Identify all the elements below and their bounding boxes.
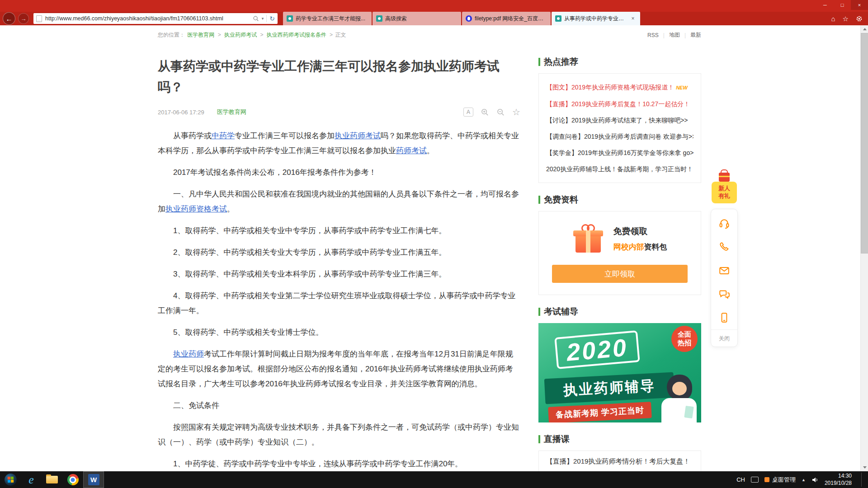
window-titlebar: ─ □ × — [0, 0, 868, 12]
taskbar-chrome-icon[interactable] — [62, 471, 83, 488]
free-headline: 免费领取 — [613, 225, 667, 237]
article-paragraph: 1、取得药学、中药学或相关专业中专学历，从事药学或中药学专业工作满七年。 — [158, 223, 520, 238]
speaker-icon[interactable] — [811, 476, 819, 483]
browser-tab-4-active[interactable]: 从事药学或中药学专业工作... × — [552, 12, 640, 25]
favorites-star-icon[interactable]: ☆ — [843, 15, 849, 22]
article-paragraph: 2017年考试报名条件尚未公布，2016年报考条件作为参考！ — [158, 165, 520, 180]
scroll-down-arrow[interactable] — [861, 464, 868, 471]
accent-bar — [538, 58, 540, 66]
browser-tab-1[interactable]: 药学专业工作满三年才能报... — [283, 12, 372, 25]
hot-item-text: 【调查问卷】2019执业药师考后调查问卷 欢迎参与>> — [546, 133, 693, 140]
article-keyword-link[interactable]: 执业药师考试 — [335, 131, 381, 140]
article-date: 2017-06-06 17:29 — [158, 109, 204, 116]
mail-icon[interactable] — [711, 259, 737, 282]
minimize-button[interactable]: ─ — [816, 0, 834, 10]
back-button[interactable]: ← — [3, 12, 15, 25]
med66-favicon-icon — [376, 15, 382, 22]
hot-section-header: 热点推荐 — [538, 56, 701, 68]
phone-icon[interactable] — [711, 235, 737, 259]
accent-bar — [538, 196, 540, 204]
article-text: 考试工作年限计算时间截止日期为报考年度的当年年底，在报考当年12月31日前满足年… — [158, 350, 513, 388]
rss-link[interactable]: RSS — [647, 32, 659, 38]
scroll-up-arrow[interactable] — [861, 25, 868, 33]
free-section-header: 免费资料 — [538, 194, 701, 206]
claim-now-button[interactable]: 立即领取 — [552, 265, 688, 283]
vertical-scrollbar[interactable] — [860, 25, 868, 471]
gift-box-icon — [573, 223, 604, 254]
hot-section-title: 热点推荐 — [544, 56, 578, 68]
address-bar[interactable]: http://www.med66.com/zhiyeyaoshikaoshi/t… — [33, 13, 278, 24]
close-rail-button[interactable]: 关闭 — [711, 329, 737, 347]
language-indicator[interactable]: CH — [736, 476, 745, 483]
breadcrumb-link-exam[interactable]: 执业药师考试 — [224, 32, 257, 38]
hot-item-text: 【直播】2019执业药师考后复盘！10.27一起估分！ — [546, 100, 690, 108]
banner-illustration — [657, 375, 700, 422]
font-size-icon[interactable]: A — [463, 108, 473, 117]
article-paragraph: 2、取得药学、中药学或相关专业大专学历，从事药学或中药学专业工作满五年。 — [158, 245, 520, 260]
med66-favicon-icon — [287, 15, 293, 22]
favorite-star-icon[interactable]: ☆ — [512, 108, 520, 117]
sidebar: 热点推荐 【图文】2019年执业药师资格考试现场报道！NEW【直播】2019执业… — [538, 56, 701, 471]
latest-link[interactable]: 最新 — [690, 31, 701, 39]
start-button[interactable] — [0, 471, 21, 488]
taskbar-word-icon[interactable]: W — [83, 471, 104, 488]
url-text[interactable]: http://www.med66.com/zhiyeyaoshikaoshi/t… — [45, 15, 253, 22]
sitemap-link[interactable]: 地图 — [669, 31, 680, 39]
mobile-icon[interactable] — [711, 306, 737, 329]
live-course-item[interactable]: 【直播】2019执业药师考情分析！考后大复盘！ — [546, 457, 693, 466]
zoom-out-icon[interactable] — [496, 108, 505, 117]
forward-button[interactable]: → — [18, 13, 29, 24]
browser-toolbar-right: ⌂ ☆ — [831, 15, 868, 22]
newbie-badge-text: 新人有礼 — [712, 182, 737, 203]
refresh-icon[interactable]: ↻ — [269, 15, 275, 22]
settings-gear-icon[interactable] — [856, 15, 863, 22]
taskbar-ie-icon[interactable]: e — [21, 471, 42, 488]
tab-close-icon[interactable]: × — [629, 15, 637, 22]
article-source-link[interactable]: 医学教育网 — [217, 108, 246, 116]
clock[interactable]: 14:30 2019/10/28 — [825, 473, 852, 487]
search-icon[interactable] — [253, 15, 259, 22]
tray-up-arrow-icon[interactable]: ▲ — [802, 478, 806, 482]
breadcrumb-separator: > — [218, 32, 221, 38]
free-subline: 网校内部资料包 — [613, 242, 667, 252]
desktop-manager-button[interactable]: 桌面管理 — [764, 476, 796, 484]
wechat-icon[interactable] — [711, 282, 737, 306]
article-keyword-link[interactable]: 中药学 — [212, 131, 235, 140]
coach-section-title: 考试辅导 — [544, 306, 578, 318]
hot-list-item[interactable]: 【直播】2019执业药师考后复盘！10.27一起估分！ — [546, 96, 693, 112]
article-keyword-link[interactable]: 执业药师资格考试 — [165, 205, 227, 213]
show-desktop-button[interactable] — [861, 473, 864, 487]
browser-tab-2[interactable]: 高级搜索 — [373, 12, 461, 25]
browser-navbar: ← → http://www.med66.com/zhiyeyaoshikaos… — [0, 12, 868, 25]
close-button[interactable]: × — [851, 0, 868, 10]
article-keyword-link[interactable]: 执业药师 — [173, 350, 204, 358]
hot-list-item[interactable]: 2020执业药师辅导上线！备战新考期，学习正当时！ — [546, 161, 693, 177]
med66-favicon-icon — [555, 15, 561, 22]
maximize-button[interactable]: □ — [834, 0, 851, 10]
newbie-gift-badge[interactable]: 新人有礼 — [712, 178, 737, 203]
breadcrumb-row: 您的位置： 医学教育网 > 执业药师考试 > 执业西药师考试报名条件 > 正文 … — [158, 25, 701, 39]
scrollbar-thumb[interactable] — [861, 33, 868, 253]
hot-list-item[interactable]: 【图文】2019年执业药师资格考试现场报道！NEW — [546, 79, 693, 96]
accent-bar — [538, 308, 540, 316]
browser-tab-3[interactable]: filetype:pdf 网络安全_百度搜索 — [462, 12, 551, 25]
breadcrumb: 您的位置： 医学教育网 > 执业药师考试 > 执业西药师考试报名条件 > 正文 — [158, 31, 346, 39]
banner-year: 2020 — [554, 330, 640, 369]
hot-list-item[interactable]: 【讨论】2019执业药师考试结束了，快来聊聊吧>> — [546, 112, 693, 128]
article-keyword-link[interactable]: 药师考试 — [396, 146, 427, 155]
zoom-in-icon[interactable] — [481, 108, 489, 117]
breadcrumb-link-conditions[interactable]: 执业西药师考试报名条件 — [267, 32, 326, 38]
hot-list-item[interactable]: 【调查问卷】2019执业药师考后调查问卷 欢迎参与>> — [546, 128, 693, 145]
tray-time: 14:30 — [825, 473, 852, 480]
breadcrumb-link-home[interactable]: 医学教育网 — [187, 32, 214, 38]
taskbar-explorer-icon[interactable] — [42, 471, 62, 488]
address-dropdown-icon[interactable]: ▾ — [262, 16, 264, 21]
customer-service-icon[interactable] — [711, 212, 737, 235]
ime-keyboard-icon[interactable] — [751, 477, 759, 483]
live-course-box: 【直播】2019执业药师考情分析！考后大复盘！ — [538, 450, 701, 471]
utility-separator: | — [663, 32, 665, 38]
home-icon[interactable]: ⌂ — [831, 15, 835, 22]
hot-list-item[interactable]: 【奖学金】2019年执业药师16万奖学金等你来拿 go> — [546, 145, 693, 161]
coach-banner-ad[interactable]: 全面热招 2020 执业药师辅导 备战新考期 学习正当时 — [538, 323, 701, 422]
banner-main-text: 执业药师辅导 — [544, 372, 675, 404]
